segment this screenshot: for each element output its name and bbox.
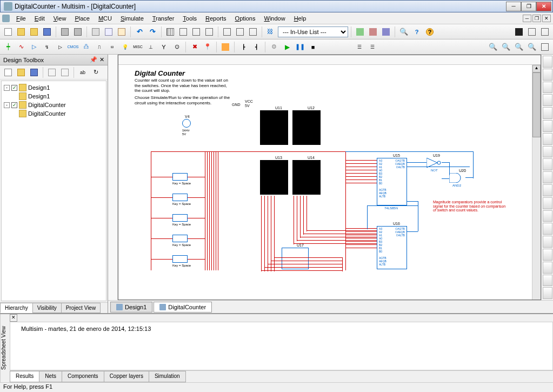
mdi-minimize-button[interactable]: ─: [523, 15, 531, 22]
toolbox-refresh-button[interactable]: ↻: [90, 67, 102, 78]
in-use-list-dropdown[interactable]: --- In-Use List ---: [278, 26, 348, 37]
menu-edit[interactable]: Edit: [30, 14, 49, 23]
switch-2[interactable]: [172, 194, 188, 201]
menu-help[interactable]: Help: [290, 14, 311, 23]
toolbox-tab-project-view[interactable]: Project View: [61, 303, 101, 313]
help-question-button[interactable]: ?: [411, 26, 423, 38]
toolbox-btn-a[interactable]: [46, 67, 58, 78]
instrument-bode[interactable]: [543, 120, 552, 132]
pause-button[interactable]: ❚❚: [294, 41, 306, 53]
instrument-agilent-osc[interactable]: [543, 262, 552, 274]
instrument-agilent-fg[interactable]: [543, 236, 552, 248]
instrument-logic-converter[interactable]: [543, 171, 552, 183]
design-tree[interactable]: -✓Design1Design1-✓DigitalCounterDigitalC…: [1, 81, 106, 301]
instrument-freq-counter[interactable]: [543, 133, 552, 145]
spreadsheet-tab-results[interactable]: Results: [10, 371, 39, 382]
print-button[interactable]: [59, 26, 71, 38]
place-transistor-button[interactable]: ↯: [41, 41, 53, 53]
doc-tab-design1[interactable]: Design1: [110, 302, 152, 313]
layout-btn-2[interactable]: [234, 26, 246, 38]
place-analog-button[interactable]: ▷: [54, 41, 66, 53]
place-source-button[interactable]: ┿: [2, 41, 14, 53]
zoom-area-button[interactable]: 🔍: [513, 41, 525, 53]
menu-simulate[interactable]: Simulate: [116, 14, 148, 23]
layout-btn-3[interactable]: [247, 26, 259, 38]
instrument-agilent-mm[interactable]: [543, 249, 552, 261]
place-electromech-button[interactable]: ⊙: [171, 41, 183, 53]
instrument-network[interactable]: [543, 223, 552, 235]
menu-transfer[interactable]: Transfer: [148, 14, 179, 23]
copy-button[interactable]: [103, 26, 115, 38]
instrument-iv[interactable]: [543, 184, 552, 196]
instrument-distortion[interactable]: [543, 197, 552, 209]
menu-reports[interactable]: Reports: [201, 14, 231, 23]
toolbox-open-button[interactable]: [15, 67, 27, 78]
junction-button[interactable]: ┫: [250, 41, 262, 53]
spreadsheet-close-button[interactable]: ✕: [10, 314, 17, 322]
switch-btn-3[interactable]: [539, 26, 551, 38]
zoom-in-button[interactable]: 🔍: [487, 41, 499, 53]
align-btn-2[interactable]: ☰: [367, 41, 378, 53]
new-button[interactable]: [2, 26, 14, 38]
menu-mcu[interactable]: MCU: [94, 14, 116, 23]
tree-node-design1[interactable]: Design1: [4, 92, 104, 101]
zoom-out-button[interactable]: 🔍: [500, 41, 512, 53]
instrument-multimeter[interactable]: [543, 56, 552, 68]
place-mixed-button[interactable]: ⧈: [106, 41, 118, 53]
print-preview-button[interactable]: [72, 26, 84, 38]
toolbox-new-button[interactable]: [2, 67, 14, 78]
grid-btn-2[interactable]: [177, 26, 189, 38]
toolbox-tab-hierarchy[interactable]: Hierarchy: [0, 303, 33, 313]
instrument-spectrum[interactable]: [543, 210, 552, 222]
redo-button[interactable]: ↷: [146, 26, 158, 38]
toolbox-rename-button[interactable]: ab: [77, 67, 89, 78]
menu-view[interactable]: View: [49, 14, 71, 23]
schematic-canvas[interactable]: Digital Counter Counter will count up or…: [118, 65, 541, 300]
toolbox-close-button[interactable]: ✕: [99, 56, 104, 63]
switch-1[interactable]: [172, 173, 188, 181]
doc-tab-digitalcounter[interactable]: DigitalCounter: [154, 302, 212, 313]
switch-3[interactable]: [172, 214, 188, 222]
instrument-tek-osc[interactable]: [543, 275, 552, 287]
toolbox-tab-visibility[interactable]: Visibility: [32, 303, 62, 313]
place-resistor-button[interactable]: ∿: [15, 41, 27, 53]
save-button[interactable]: [41, 26, 53, 38]
open-samples-button[interactable]: [28, 26, 40, 38]
undo-button[interactable]: ↶: [134, 26, 145, 38]
paste-button[interactable]: [116, 26, 128, 38]
probe-button[interactable]: ✖: [189, 41, 201, 53]
place-ttl-button[interactable]: 凸: [80, 41, 92, 53]
maximize-button[interactable]: ❐: [521, 2, 536, 11]
zoom-fit-button[interactable]: 🔍: [526, 41, 538, 53]
link-btn[interactable]: ⛓: [265, 26, 277, 38]
switch-btn-1[interactable]: [513, 26, 525, 38]
spreadsheet-tab-components[interactable]: Components: [62, 371, 104, 382]
grid-btn-3[interactable]: [190, 26, 202, 38]
place-rf-button[interactable]: ⊥: [145, 41, 157, 53]
menu-window[interactable]: Window: [259, 14, 289, 23]
stop-button[interactable]: ■: [307, 41, 319, 53]
switch-btn-2[interactable]: [526, 26, 538, 38]
menu-place[interactable]: Place: [70, 14, 94, 23]
instrument-oscilloscope[interactable]: [543, 94, 552, 106]
switch-4[interactable]: [172, 235, 188, 242]
grid-btn-4[interactable]: [203, 26, 215, 38]
menu-options[interactable]: Options: [231, 14, 260, 23]
instrument-logic-analyzer[interactable]: [543, 158, 552, 170]
place-misc-button[interactable]: MISC: [132, 41, 144, 53]
instrument-labview[interactable]: [543, 287, 552, 299]
open-button[interactable]: [15, 26, 27, 38]
simulate-settings-button[interactable]: ⚙: [268, 41, 280, 53]
spreadsheet-tab-copper-layers[interactable]: Copper layers: [104, 371, 149, 382]
canvas-scroll-vertical[interactable]: ▲ ▼: [532, 65, 541, 300]
tool-btn-c[interactable]: [380, 26, 392, 38]
toolbox-autohide-button[interactable]: 📌: [90, 56, 97, 63]
tree-node-digitalcounter[interactable]: DigitalCounter: [4, 109, 104, 118]
probe-pin-button[interactable]: 📍: [202, 41, 214, 53]
search-button[interactable]: 🔍: [398, 26, 410, 38]
layout-btn-1[interactable]: [221, 26, 233, 38]
tree-node-design1[interactable]: -✓Design1: [4, 83, 104, 92]
instrument-wattmeter[interactable]: [543, 82, 552, 94]
menu-file[interactable]: File: [12, 14, 30, 23]
place-antenna-button[interactable]: Y: [158, 41, 170, 53]
